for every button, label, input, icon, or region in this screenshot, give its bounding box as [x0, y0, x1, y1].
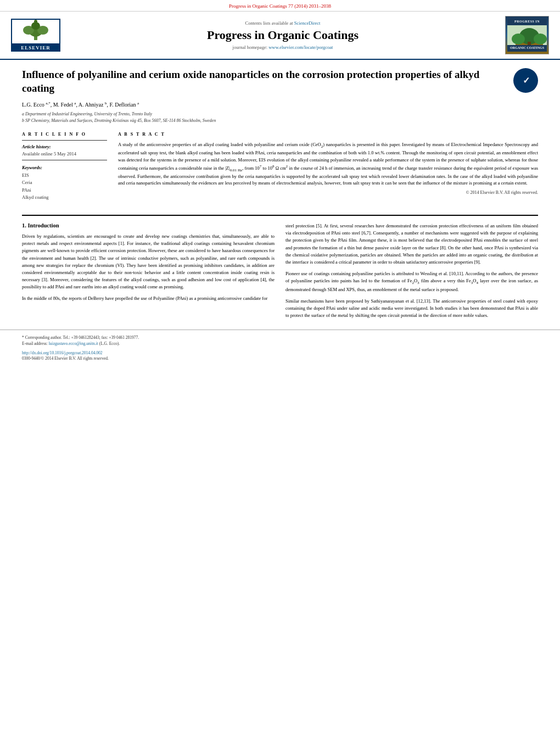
svg-point-5 — [34, 20, 37, 23]
authors-text: L.G. Ecco a,*, M. Fedel a, A. Ahniyaz b,… — [22, 102, 139, 108]
article-body: A R T I C L E I N F O Article history: A… — [22, 132, 538, 202]
keywords-divider — [22, 160, 107, 160]
keyword-pani: PAni — [22, 187, 107, 194]
journal-title: Progress in Organic Coatings — [60, 28, 505, 42]
right-paragraph-2: Pioneer use of coatings containing polya… — [285, 270, 538, 293]
svg-rect-12 — [528, 42, 531, 45]
article-title-text: Influence of polyaniline and cerium oxid… — [22, 69, 479, 94]
keywords-title: Keywords: — [22, 165, 107, 170]
elsevier-label: ELSEVIER — [12, 43, 59, 52]
left-column: 1. Introduction Driven by regulations, s… — [22, 222, 275, 324]
svg-point-10 — [512, 34, 525, 44]
crossmark-badge: ✓ — [513, 68, 538, 93]
abstract-text: A study of the anticorrosive properties … — [118, 141, 538, 187]
homepage-link[interactable]: www.elsevier.com/locate/porgcoat — [268, 44, 333, 50]
corresponding-footnote: * Corresponding author. Tel.: +39 046128… — [22, 334, 538, 341]
journal-header: ELSEVIER Contents lists available at Sci… — [0, 12, 560, 60]
issn-line: 0300-9440/© 2014 Elsevier B.V. All right… — [22, 355, 538, 361]
affiliations: a Department of Industrial Engineering, … — [22, 111, 538, 124]
email-link[interactable]: luizgustavo.ecco@ing.unitn.it — [49, 341, 98, 346]
copyright-notice: © 2014 Elsevier B.V. All rights reserved… — [118, 190, 538, 195]
main-content: Influence of polyaniline and cerium oxid… — [0, 60, 560, 207]
info-divider — [22, 140, 107, 141]
keywords-section: Keywords: EIS Ceria PAni Alkyd coating — [22, 165, 107, 202]
affiliation-b: b SP Chemistry, Materials and Surfaces, … — [22, 118, 538, 124]
journal-citation: Progress in Organic Coatings 77 (2014) 2… — [229, 3, 331, 9]
right-paragraph-1: steel protection [5]. At first, several … — [285, 222, 538, 266]
available-online: Available online 5 May 2014 — [22, 151, 107, 157]
journal-cover-image: PROGRESS IN ORGANIC COATINGS — [505, 16, 549, 54]
svg-point-11 — [534, 34, 547, 44]
footnote-area: * Corresponding author. Tel.: +39 046128… — [0, 330, 560, 365]
intro-paragraph-1: Driven by regulations, scientists are en… — [22, 233, 275, 291]
history-title: Article history: — [22, 144, 107, 149]
intro-paragraph-2: In the middle of 80s, the reports of DeB… — [22, 295, 275, 302]
body-columns: 1. Introduction Driven by regulations, s… — [0, 222, 560, 324]
right-paragraph-3: Similar mechanisms have been proposed by… — [285, 298, 538, 320]
right-column: steel protection [5]. At first, several … — [285, 222, 538, 324]
doi-link[interactable]: http://dx.doi.org/10.1016/j.porgcoat.201… — [22, 350, 103, 355]
authors-line: L.G. Ecco a,*, M. Fedel a, A. Ahniyaz b,… — [22, 101, 538, 107]
abstract-heading: A B S T R A C T — [118, 132, 538, 137]
affiliation-a: a Department of Industrial Engineering, … — [22, 111, 538, 118]
journal-center: Contents lists available at ScienceDirec… — [60, 20, 505, 50]
keyword-ceria: Ceria — [22, 179, 107, 187]
journal-citation-bar: Progress in Organic Coatings 77 (2014) 2… — [0, 0, 560, 12]
elsevier-logo: ELSEVIER — [11, 19, 60, 52]
contents-line: Contents lists available at ScienceDirec… — [60, 20, 505, 26]
section-divider — [22, 215, 538, 216]
article-info-heading: A R T I C L E I N F O — [22, 132, 107, 137]
email-footnote: E-mail address: luizgustavo.ecco@ing.uni… — [22, 341, 538, 347]
intro-heading: 1. Introduction — [22, 222, 275, 228]
svg-text:✓: ✓ — [522, 76, 529, 85]
sciencedirect-link[interactable]: ScienceDirect — [294, 20, 321, 26]
keyword-alkyd: Alkyd coating — [22, 194, 107, 202]
keyword-eis: EIS — [22, 172, 107, 180]
article-info-panel: A R T I C L E I N F O Article history: A… — [22, 132, 107, 202]
journal-homepage: journal homepage: www.elsevier.com/locat… — [60, 44, 505, 50]
article-title-container: Influence of polyaniline and cerium oxid… — [22, 68, 538, 95]
abstract-section: A B S T R A C T A study of the anticorro… — [118, 132, 538, 202]
